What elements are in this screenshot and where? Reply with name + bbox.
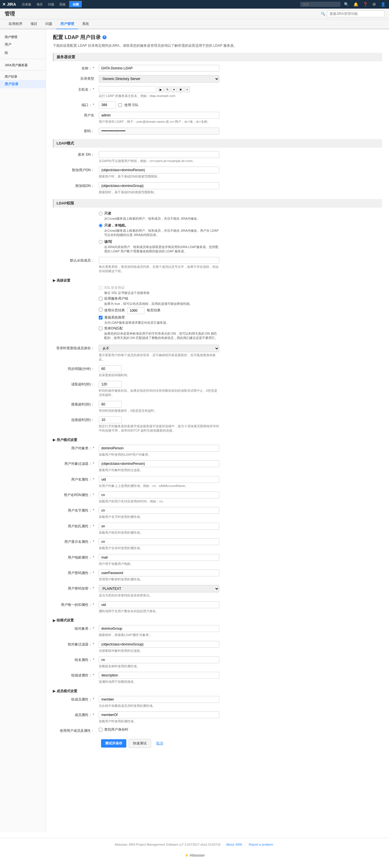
save-test-button[interactable]: 测试并保存 — [101, 739, 126, 748]
group-name-attr-label: 组名属性： — [53, 656, 99, 662]
form-row-connection-timeout: 连接超时(秒)： 指定打开到服务器的套接字或连接套接字连接所连接中，值为 0 意… — [53, 416, 382, 433]
paged-results-size-input[interactable] — [127, 307, 144, 314]
quick-test-button[interactable]: 快速测试 — [129, 739, 151, 748]
simple-dn-checkbox[interactable] — [99, 327, 103, 330]
radio-readonly-desc: 从Crowd服务器上检索的用户、组和成员，并且不能在 JIRA内修改。 — [104, 217, 200, 221]
server-settings-section: 服务器设置 — [53, 53, 382, 61]
radio-readonly-input[interactable] — [99, 212, 103, 215]
sync-interval-input[interactable] — [99, 365, 122, 372]
hostname-input[interactable] — [99, 86, 156, 93]
user-membership-checkbox[interactable] — [99, 297, 103, 301]
add-user-dn-input[interactable]: (objectclass=dominoPerson) — [99, 166, 219, 174]
radio-readonly-local-content: 只读，本地组。 从Crowd服务器上检索的用户、组和成员，并且不能在 JIRA内… — [104, 223, 219, 237]
user-email-input[interactable]: mail — [99, 554, 219, 561]
group-object-class-control: dominoGroup 搜索组时，将搜索LDAP属性'对象类'。 — [99, 625, 219, 637]
sidebar-item-user-directory[interactable]: 用户目录 — [0, 80, 46, 88]
advanced-settings-title: 高级设置 — [57, 278, 70, 283]
paged-results-content: 使用分页结果 每页结果 — [104, 307, 161, 314]
form-row-user-password-attr: 用户密码属性： userPassword 管理用户帐密时使用的属性域。 — [53, 569, 382, 582]
add-group-dn-hint: 搜索组时，基于基础DN的搜索范围限制。 — [99, 190, 219, 194]
user-display-name-input[interactable]: cn — [99, 538, 219, 545]
group-object-class-input[interactable]: dominoGroup — [99, 625, 219, 632]
paged-results-checkbox[interactable] — [99, 308, 103, 311]
ssl-secure-checkbox[interactable] — [99, 286, 103, 290]
top-search-input[interactable] — [300, 2, 340, 7]
user-password-enc-select[interactable]: PLAINTEXT SHA MD5 CRYPT — [99, 585, 219, 592]
checkbox-simple-dn: 简单DN匹配 如果您的目录是某种标准应用于的字符串表示的 DN，您可以利用天真的… — [99, 326, 219, 340]
sidebar-item-groups[interactable]: 组 — [0, 49, 46, 57]
sidebar-section-jira-server: JIRA用户服务器 — [0, 61, 46, 68]
ssl-checkbox[interactable] — [118, 103, 122, 107]
user-schema-title: 用户模式设置 — [57, 438, 77, 442]
directory-type-select[interactable]: Generic Directory Server Microsoft Activ… — [99, 75, 219, 83]
radio-readwrite-input[interactable] — [99, 240, 103, 244]
cancel-button[interactable]: 取消 — [153, 739, 166, 748]
follow-referrals-checkbox[interactable] — [99, 316, 103, 319]
user-firstname-input[interactable]: cn — [99, 507, 219, 514]
user-password-attr-label: 用户密码属性： — [53, 569, 99, 576]
username-label: 用户名 — [53, 112, 99, 118]
search-timeout-input[interactable] — [99, 401, 122, 408]
help-icon[interactable]: ❓ — [362, 1, 369, 7]
report-problem-link[interactable]: Report a problem — [249, 843, 273, 846]
advanced-settings-toggle[interactable]: ▶ 高级设置 — [53, 278, 382, 283]
create-button[interactable]: 创建 — [69, 1, 82, 8]
group-schema-toggle[interactable]: ▶ 组模式设置 — [53, 618, 382, 623]
username-hint: 用户登录到 LDAP，例子：user@domain.name 或 cn=用户；d… — [99, 120, 219, 124]
hostname-icon-4[interactable]: ✖ — [178, 87, 184, 92]
tab-applications[interactable]: 应用程序 — [5, 19, 26, 29]
nav-boards[interactable]: 面板 — [57, 1, 68, 8]
user-lastname-input[interactable]: sn — [99, 523, 219, 530]
use-member-dn-checkbox[interactable] — [99, 728, 103, 732]
sidebar-item-users[interactable]: 用户 — [0, 40, 46, 49]
tab-user-management[interactable]: 用户管理 — [56, 19, 78, 29]
admin-search-input[interactable] — [327, 10, 384, 17]
hostname-icon-3[interactable]: ✦ — [171, 87, 177, 92]
user-password-attr-input[interactable]: userPassword — [99, 569, 219, 577]
group-member-attr-input[interactable]: member — [99, 696, 219, 703]
nav-dashboard[interactable]: 仪表板 — [20, 1, 34, 8]
port-input[interactable] — [99, 101, 116, 108]
gear-icon[interactable]: ⚙ — [371, 1, 377, 7]
form-row-user-object-class: 用户对象类： dominoPerson 加载用户时使用的LDAP用户对象类。 — [53, 445, 382, 457]
hostname-icon-2[interactable]: ✎ — [165, 87, 170, 92]
default-groups-label: 默认从组成员： — [53, 257, 99, 263]
radio-readonly-local-input[interactable] — [99, 224, 103, 227]
tab-projects[interactable]: 项目 — [26, 19, 41, 29]
about-jira-link[interactable]: About JIRA — [226, 843, 242, 846]
username-input[interactable] — [99, 112, 219, 119]
user-name-attr-input[interactable]: uid — [99, 476, 219, 483]
hostname-icon-1[interactable]: ▶ — [158, 87, 164, 92]
search-icon[interactable]: 🔍 — [343, 1, 350, 7]
user-unique-id-input[interactable]: uid — [99, 601, 219, 608]
group-description-attr-input[interactable]: description — [99, 672, 219, 679]
user-schema-toggle[interactable]: ▶ 用户模式设置 — [53, 438, 382, 442]
tab-system[interactable]: 系统 — [78, 19, 93, 29]
nav-projects[interactable]: 项目 — [34, 1, 45, 8]
user-icon[interactable]: 👤 — [380, 1, 387, 7]
read-timeout-input[interactable] — [99, 381, 122, 388]
user-object-class-input[interactable]: dominoPerson — [99, 445, 219, 452]
group-object-filter-input[interactable]: (objectclass=dominoGroup) — [99, 641, 219, 648]
connection-timeout-input[interactable] — [99, 416, 122, 423]
group-name-attr-input[interactable]: cn — [99, 656, 219, 663]
add-group-dn-input[interactable]: (objectclass=dominoGroup) — [99, 182, 219, 189]
membership-schema-toggle[interactable]: ▶ 成员模式设置 — [53, 689, 382, 694]
help-info-icon[interactable]: ? — [103, 35, 107, 39]
content-area: 配置 LDAP 用户目录 ? 下面的设置配置 LDAP 目录将定期同步JIRA。… — [46, 29, 389, 832]
bell-icon[interactable]: 🔔 — [352, 1, 359, 7]
base-dn-input[interactable] — [99, 151, 219, 158]
user-name-rdn-input[interactable]: cn — [99, 492, 219, 498]
member-attr-input[interactable]: memberOf — [99, 711, 219, 718]
default-groups-input[interactable] — [99, 257, 219, 264]
name-input[interactable]: DATA Domino LDAP — [99, 65, 219, 72]
group-schema-chevron-icon: ▶ — [53, 619, 55, 623]
user-object-filter-input[interactable]: (objectclass=dominoPerson) — [99, 460, 219, 467]
password-input[interactable] — [99, 128, 219, 134]
nav-issues[interactable]: 问题 — [46, 1, 57, 8]
tab-issues[interactable]: 问题 — [41, 19, 56, 29]
user-display-name-hint: 加载用户全名时使用的属性域。 — [99, 546, 219, 550]
login-update-select[interactable]: 从不 每次登录 自动 — [99, 345, 219, 352]
hostname-icon-5[interactable]: + — [184, 87, 190, 92]
checkbox-ssl-secure: SSL安全协议 验证 SSL 证书验证这个连接有效 — [99, 285, 219, 295]
